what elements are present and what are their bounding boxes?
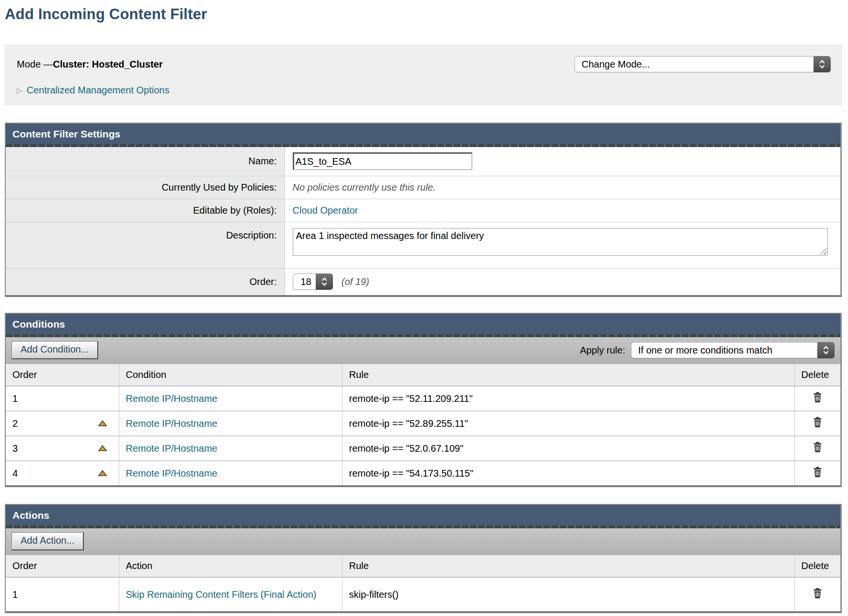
policies-label: Currently Used by Policies: [6,176,285,199]
action-row: 1 Skip Remaining Content Filters (Final … [6,577,840,611]
name-label: Name: [6,147,285,176]
condition-link[interactable]: Remote IP/Hostname [126,393,218,404]
condition-order: 2 [12,418,18,429]
add-condition-button[interactable]: Add Condition... [11,341,98,359]
apply-rule-select[interactable]: If one or more conditions match [631,342,835,358]
condition-order: 4 [12,468,18,479]
condition-rule: remote-ip == "52.11.209.211" [349,393,473,404]
conditions-header: Conditions [6,314,840,334]
move-up-icon[interactable] [98,445,107,452]
order-suffix: (of 19) [342,276,369,287]
condition-row: 4 Remote IP/Hostname remote-ip == "54.17… [6,461,840,485]
mode-value: Cluster: Hosted_Cluster [53,59,163,69]
change-mode-select-value: Change Mode... [582,59,650,70]
select-spinner-icon [817,342,835,358]
actions-col-action: Action [119,555,342,577]
page: Add Incoming Content Filter Mode —Cluste… [0,6,848,616]
actions-col-delete: Delete [794,555,840,577]
move-up-icon[interactable] [98,420,107,427]
apply-rule-label: Apply rule: [580,345,626,356]
conditions-col-rule: Rule [342,364,794,386]
condition-order: 1 [12,393,18,404]
order-select[interactable]: 18 [293,274,333,290]
trash-icon[interactable] [813,392,823,403]
actions-toolbar: Add Action... [6,528,840,555]
roles-value-link[interactable]: Cloud Operator [293,205,358,216]
action-rule: skip-filters() [349,589,399,600]
roles-label: Editable by (Roles): [6,199,285,222]
condition-link[interactable]: Remote IP/Hostname [126,468,218,479]
condition-row: 2 Remote IP/Hostname remote-ip == "52.89… [6,411,840,436]
actions-col-rule: Rule [342,555,794,577]
apply-rule-select-value: If one or more conditions match [638,345,772,356]
conditions-col-condition: Condition [119,364,342,386]
conditions-col-delete: Delete [794,364,840,386]
content-filter-settings-header: Content Filter Settings [6,124,840,144]
change-mode-select[interactable]: Change Mode... [574,56,831,72]
select-spinner-icon [316,274,333,290]
expand-triangle-icon[interactable]: ▷ [17,87,23,94]
condition-link[interactable]: Remote IP/Hostname [126,443,218,454]
content-filter-settings-panel: Content Filter Settings Name: Currently … [5,123,842,297]
trash-icon[interactable] [813,442,823,453]
condition-rule: remote-ip == "52.89.255.11" [349,418,468,429]
trash-icon[interactable] [813,417,823,428]
policies-value: No policies currently use this rule. [293,182,436,193]
move-up-icon[interactable] [98,470,107,477]
order-label: Order: [6,268,285,295]
mode-text: Mode —Cluster: Hosted_Cluster [17,59,163,70]
conditions-col-order: Order [6,364,119,386]
condition-row: 1 Remote IP/Hostname remote-ip == "52.11… [6,386,840,411]
conditions-toolbar: Add Condition... Apply rule: If one or m… [6,337,840,364]
centralized-management-options-link[interactable]: Centralized Management Options [27,85,170,96]
action-order: 1 [12,589,18,600]
page-title: Add Incoming Content Filter [5,6,842,23]
conditions-panel: Conditions Add Condition... Apply rule: … [5,313,842,487]
condition-order: 3 [12,443,18,454]
actions-col-order: Order [6,555,119,577]
mode-label: Mode — [17,59,53,69]
condition-rule: remote-ip == "54.173.50.115" [349,468,474,479]
trash-icon[interactable] [813,588,823,599]
actions-panel: Actions Add Action... Order Action Rule … [5,504,842,613]
condition-link[interactable]: Remote IP/Hostname [126,418,218,429]
description-label: Description: [6,222,285,268]
action-link[interactable]: Skip Remaining Content Filters (Final Ac… [126,589,317,600]
actions-header: Actions [6,505,840,525]
condition-row: 3 Remote IP/Hostname remote-ip == "52.0.… [6,436,840,461]
condition-rule: remote-ip == "52.0.67.109" [349,443,464,454]
select-spinner-icon [814,56,831,72]
description-textarea[interactable]: Area 1 inspected messages for final deli… [293,228,828,256]
trash-icon[interactable] [813,467,823,478]
add-action-button[interactable]: Add Action... [11,532,84,550]
name-input[interactable] [293,152,472,170]
order-select-value: 18 [301,276,311,287]
mode-box: Mode —Cluster: Hosted_Cluster Change Mod… [5,45,842,105]
